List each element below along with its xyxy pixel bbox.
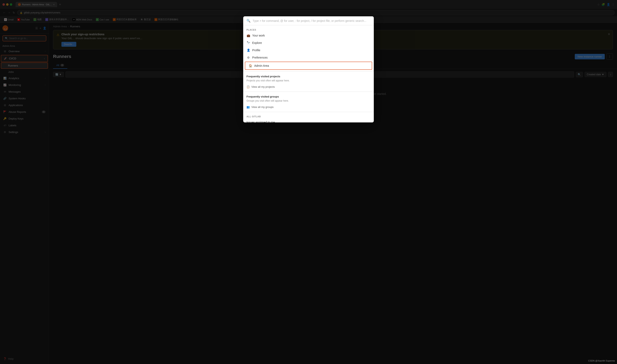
divider-2 bbox=[243, 91, 374, 92]
freq-projects-label: Frequently visited projects bbox=[243, 73, 374, 79]
view-all-projects-label: View all my projects bbox=[251, 85, 275, 88]
freq-groups-sub: Groups you visit often will appear here. bbox=[243, 99, 374, 104]
your-work-icon: 💼 bbox=[246, 34, 250, 37]
all-gitlab-label: All GitLab bbox=[243, 114, 374, 118]
search-modal: 🔍 Places 💼 Your work 🔭 Explore 👤 Profile… bbox=[243, 16, 374, 122]
search-modal-body: Places 💼 Your work 🔭 Explore 👤 Profile ⚙… bbox=[243, 25, 374, 122]
search-item-issues-assigned[interactable]: Issues assigned to me bbox=[243, 118, 374, 122]
search-item-admin-area[interactable]: 🏠 Admin Area bbox=[245, 62, 372, 70]
divider-1 bbox=[243, 71, 374, 72]
preferences-icon: ⚙ bbox=[246, 56, 250, 59]
explore-icon: 🔭 bbox=[246, 41, 250, 44]
your-work-label: Your work bbox=[252, 34, 265, 37]
admin-area-modal-label: Admin Area bbox=[254, 64, 269, 67]
view-all-groups-link[interactable]: 👥 View all my groups bbox=[243, 104, 374, 110]
search-modal-search-icon: 🔍 bbox=[246, 19, 251, 23]
groups-view-icon: 👥 bbox=[246, 105, 250, 109]
freq-projects-sub: Projects you visit often will appear her… bbox=[243, 79, 374, 84]
places-section-label: Places bbox=[243, 27, 374, 32]
divider-3 bbox=[243, 112, 374, 112]
search-item-your-work[interactable]: 💼 Your work bbox=[243, 32, 374, 39]
search-item-explore[interactable]: 🔭 Explore bbox=[243, 39, 374, 47]
preferences-label: Preferences bbox=[252, 56, 268, 59]
profile-icon: 👤 bbox=[246, 49, 250, 52]
profile-label: Profile bbox=[252, 49, 260, 52]
explore-label: Explore bbox=[252, 41, 262, 44]
admin-area-icon: 🏠 bbox=[248, 64, 252, 67]
search-item-preferences[interactable]: ⚙ Preferences bbox=[243, 54, 374, 61]
freq-groups-label: Frequently visited groups bbox=[243, 93, 374, 99]
search-modal-overlay[interactable]: 🔍 Places 💼 Your work 🔭 Explore 👤 Profile… bbox=[0, 0, 617, 364]
view-all-groups-label: View all my groups bbox=[251, 105, 274, 109]
watermark: CSDN @XiaoHH Superme bbox=[588, 360, 615, 362]
search-modal-input[interactable] bbox=[253, 19, 371, 23]
view-all-projects-link[interactable]: 📋 View all my projects bbox=[243, 84, 374, 90]
search-modal-input-wrap: 🔍 bbox=[243, 16, 374, 25]
issues-assigned-label: Issues assigned to me bbox=[246, 121, 275, 122]
search-item-profile[interactable]: 👤 Profile bbox=[243, 47, 374, 54]
projects-view-icon: 📋 bbox=[246, 85, 250, 88]
